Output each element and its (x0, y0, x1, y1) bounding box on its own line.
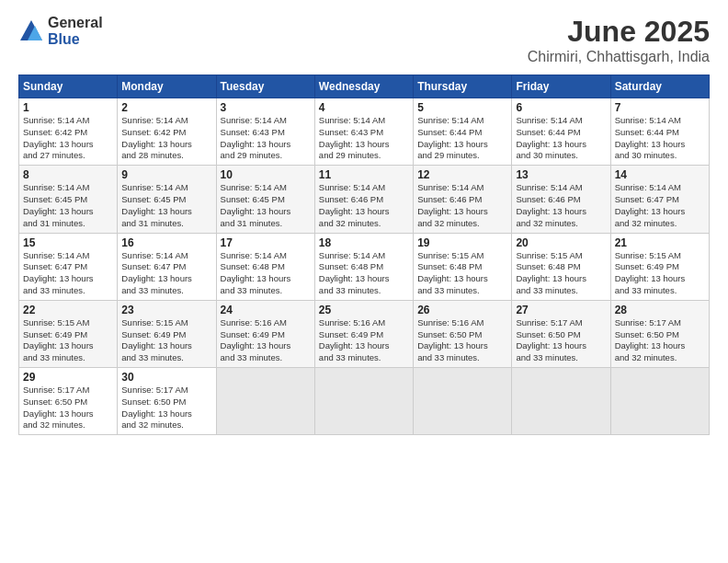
day-cell (314, 368, 413, 435)
day-info: Sunrise: 5:15 AM Sunset: 6:48 PM Dayligh… (516, 250, 606, 297)
day-cell: 8Sunrise: 5:14 AM Sunset: 6:45 PM Daylig… (19, 166, 118, 233)
day-cell: 17Sunrise: 5:14 AM Sunset: 6:48 PM Dayli… (216, 233, 314, 300)
day-cell: 3Sunrise: 5:14 AM Sunset: 6:43 PM Daylig… (216, 98, 314, 166)
col-header-thursday: Thursday (414, 75, 512, 98)
day-cell: 16Sunrise: 5:14 AM Sunset: 6:47 PM Dayli… (118, 233, 216, 300)
day-info: Sunrise: 5:14 AM Sunset: 6:48 PM Dayligh… (319, 250, 409, 297)
day-cell: 28Sunrise: 5:17 AM Sunset: 6:50 PM Dayli… (610, 300, 709, 367)
day-number: 18 (319, 236, 409, 249)
day-cell: 23Sunrise: 5:15 AM Sunset: 6:49 PM Dayli… (118, 300, 216, 367)
day-number: 27 (516, 304, 606, 316)
logo-icon (18, 18, 44, 44)
day-cell (216, 368, 314, 435)
day-cell: 12Sunrise: 5:14 AM Sunset: 6:46 PM Dayli… (414, 166, 512, 233)
day-cell: 14Sunrise: 5:14 AM Sunset: 6:47 PM Dayli… (610, 166, 709, 233)
day-cell: 30Sunrise: 5:17 AM Sunset: 6:50 PM Dayli… (118, 368, 216, 435)
day-number: 5 (417, 101, 507, 114)
col-header-friday: Friday (512, 75, 610, 98)
day-info: Sunrise: 5:15 AM Sunset: 6:49 PM Dayligh… (23, 317, 113, 364)
col-header-tuesday: Tuesday (216, 75, 314, 98)
day-cell: 22Sunrise: 5:15 AM Sunset: 6:49 PM Dayli… (19, 300, 118, 367)
day-number: 25 (319, 304, 409, 316)
day-number: 29 (23, 371, 113, 384)
day-number: 14 (615, 168, 705, 181)
day-cell: 21Sunrise: 5:15 AM Sunset: 6:49 PM Dayli… (610, 233, 709, 300)
day-number: 13 (516, 168, 606, 181)
day-cell: 10Sunrise: 5:14 AM Sunset: 6:45 PM Dayli… (216, 166, 314, 233)
title-section: June 2025 Chirmiri, Chhattisgarh, India (528, 15, 710, 65)
col-header-saturday: Saturday (610, 75, 709, 98)
logo-blue-text: Blue (48, 31, 103, 48)
week-row-4: 22Sunrise: 5:15 AM Sunset: 6:49 PM Dayli… (19, 300, 710, 367)
day-number: 10 (221, 168, 311, 181)
day-cell (512, 368, 610, 435)
day-cell: 24Sunrise: 5:16 AM Sunset: 6:49 PM Dayli… (216, 300, 314, 367)
day-info: Sunrise: 5:14 AM Sunset: 6:47 PM Dayligh… (23, 250, 113, 297)
day-info: Sunrise: 5:14 AM Sunset: 6:44 PM Dayligh… (417, 115, 507, 162)
day-info: Sunrise: 5:14 AM Sunset: 6:46 PM Dayligh… (516, 182, 606, 229)
day-info: Sunrise: 5:14 AM Sunset: 6:46 PM Dayligh… (319, 182, 409, 229)
day-cell: 26Sunrise: 5:16 AM Sunset: 6:50 PM Dayli… (414, 300, 512, 367)
day-number: 9 (121, 168, 211, 181)
day-info: Sunrise: 5:16 AM Sunset: 6:50 PM Dayligh… (417, 317, 507, 364)
day-cell: 11Sunrise: 5:14 AM Sunset: 6:46 PM Dayli… (314, 166, 413, 233)
day-info: Sunrise: 5:14 AM Sunset: 6:42 PM Dayligh… (23, 115, 113, 162)
day-number: 21 (615, 236, 705, 249)
day-number: 26 (417, 304, 507, 316)
day-info: Sunrise: 5:14 AM Sunset: 6:45 PM Dayligh… (23, 182, 113, 229)
logo: General Blue (18, 15, 103, 47)
day-number: 8 (23, 168, 113, 181)
day-info: Sunrise: 5:14 AM Sunset: 6:47 PM Dayligh… (121, 250, 211, 297)
day-info: Sunrise: 5:16 AM Sunset: 6:49 PM Dayligh… (319, 317, 409, 364)
day-info: Sunrise: 5:14 AM Sunset: 6:45 PM Dayligh… (121, 182, 211, 229)
week-row-3: 15Sunrise: 5:14 AM Sunset: 6:47 PM Dayli… (19, 233, 710, 300)
day-number: 2 (121, 101, 211, 114)
day-cell: 25Sunrise: 5:16 AM Sunset: 6:49 PM Dayli… (314, 300, 413, 367)
day-number: 30 (121, 371, 211, 384)
day-cell: 18Sunrise: 5:14 AM Sunset: 6:48 PM Dayli… (314, 233, 413, 300)
day-info: Sunrise: 5:14 AM Sunset: 6:44 PM Dayligh… (615, 115, 705, 162)
week-row-1: 1Sunrise: 5:14 AM Sunset: 6:42 PM Daylig… (19, 98, 710, 166)
col-header-sunday: Sunday (19, 75, 118, 98)
day-number: 3 (221, 101, 311, 114)
day-cell: 27Sunrise: 5:17 AM Sunset: 6:50 PM Dayli… (512, 300, 610, 367)
day-number: 20 (516, 236, 606, 249)
day-number: 12 (417, 168, 507, 181)
day-number: 23 (121, 304, 211, 316)
page: General Blue June 2025 Chirmiri, Chhatti… (0, 0, 728, 563)
day-cell: 19Sunrise: 5:15 AM Sunset: 6:48 PM Dayli… (414, 233, 512, 300)
day-number: 1 (23, 101, 113, 114)
day-number: 6 (516, 101, 606, 114)
col-header-wednesday: Wednesday (314, 75, 413, 98)
day-cell: 13Sunrise: 5:14 AM Sunset: 6:46 PM Dayli… (512, 166, 610, 233)
day-info: Sunrise: 5:16 AM Sunset: 6:49 PM Dayligh… (221, 317, 311, 364)
day-cell: 20Sunrise: 5:15 AM Sunset: 6:48 PM Dayli… (512, 233, 610, 300)
day-info: Sunrise: 5:14 AM Sunset: 6:43 PM Dayligh… (221, 115, 311, 162)
day-number: 22 (23, 304, 113, 316)
calendar-table: SundayMondayTuesdayWednesdayThursdayFrid… (18, 75, 710, 435)
day-info: Sunrise: 5:15 AM Sunset: 6:49 PM Dayligh… (121, 317, 211, 364)
day-info: Sunrise: 5:14 AM Sunset: 6:44 PM Dayligh… (516, 115, 606, 162)
day-info: Sunrise: 5:14 AM Sunset: 6:46 PM Dayligh… (417, 182, 507, 229)
header-row: SundayMondayTuesdayWednesdayThursdayFrid… (19, 75, 710, 98)
day-info: Sunrise: 5:17 AM Sunset: 6:50 PM Dayligh… (23, 385, 113, 431)
day-info: Sunrise: 5:14 AM Sunset: 6:43 PM Dayligh… (319, 115, 409, 162)
day-cell: 4Sunrise: 5:14 AM Sunset: 6:43 PM Daylig… (314, 98, 413, 166)
day-cell: 29Sunrise: 5:17 AM Sunset: 6:50 PM Dayli… (19, 368, 118, 435)
week-row-2: 8Sunrise: 5:14 AM Sunset: 6:45 PM Daylig… (19, 166, 710, 233)
day-number: 4 (319, 101, 409, 114)
day-cell: 7Sunrise: 5:14 AM Sunset: 6:44 PM Daylig… (610, 98, 709, 166)
day-number: 15 (23, 236, 113, 249)
day-info: Sunrise: 5:14 AM Sunset: 6:47 PM Dayligh… (615, 182, 705, 229)
day-number: 11 (319, 168, 409, 181)
day-cell (610, 368, 709, 435)
week-row-5: 29Sunrise: 5:17 AM Sunset: 6:50 PM Dayli… (19, 368, 710, 435)
col-header-monday: Monday (118, 75, 216, 98)
day-cell: 6Sunrise: 5:14 AM Sunset: 6:44 PM Daylig… (512, 98, 610, 166)
day-info: Sunrise: 5:17 AM Sunset: 6:50 PM Dayligh… (121, 385, 211, 431)
calendar-subtitle: Chirmiri, Chhattisgarh, India (528, 49, 710, 65)
day-info: Sunrise: 5:14 AM Sunset: 6:45 PM Dayligh… (221, 182, 311, 229)
day-number: 24 (221, 304, 311, 316)
day-info: Sunrise: 5:14 AM Sunset: 6:42 PM Dayligh… (121, 115, 211, 162)
day-cell: 9Sunrise: 5:14 AM Sunset: 6:45 PM Daylig… (118, 166, 216, 233)
